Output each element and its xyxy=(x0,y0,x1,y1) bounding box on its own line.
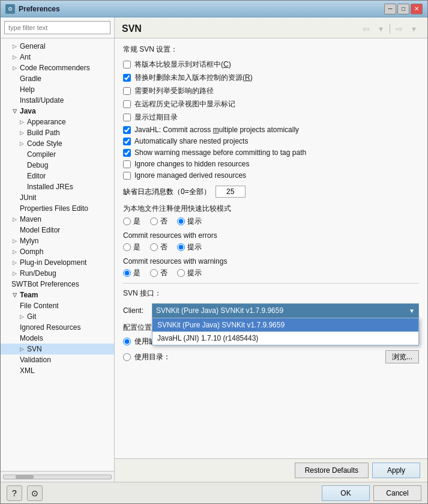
checkbox-row-4: 显示过期目录 xyxy=(123,112,419,123)
sidebar-item-xml[interactable]: XML xyxy=(1,365,114,376)
checkbox-5[interactable] xyxy=(123,126,131,134)
nav-separator xyxy=(390,24,390,34)
config-custom-radio[interactable] xyxy=(123,353,131,361)
checkbox-9[interactable] xyxy=(123,172,131,180)
sidebar-item-svn[interactable]: ▷ SVN xyxy=(1,344,114,354)
checkbox-1[interactable] xyxy=(123,74,131,82)
sidebar-item-models[interactable]: Models xyxy=(1,333,114,344)
checkbox-6[interactable] xyxy=(123,138,131,145)
sidebar-item-appearance[interactable]: ▷ Appearance xyxy=(1,117,114,127)
help-button[interactable]: ? xyxy=(7,485,22,501)
dropdown-option-1[interactable]: JavaHL (JNI) 1.7.10 (r1485443) xyxy=(152,332,418,345)
radio-local-row: 是 否 提示 xyxy=(123,216,419,226)
browse-button[interactable]: 浏览... xyxy=(385,350,419,363)
sidebar-item-team[interactable]: ▽ Team xyxy=(1,290,114,300)
sidebar-item-label: Plug-in Development xyxy=(20,258,86,267)
sidebar-item-label: General xyxy=(20,42,46,50)
checkbox-8[interactable] xyxy=(123,160,131,168)
sidebar-item-mylyn[interactable]: ▷ Mylyn xyxy=(1,235,114,246)
main-content: ▷ General ▷ Ant ▷ Code Recommenders Grad… xyxy=(1,17,427,482)
sidebar-item-label: Ant xyxy=(20,53,31,61)
radio-local-no-input[interactable] xyxy=(150,217,158,225)
checkbox-label-8: Ignore changes to hidden resources xyxy=(134,160,249,168)
config-default-radio[interactable] xyxy=(123,338,131,345)
sidebar-item-validation[interactable]: Validation xyxy=(1,354,114,365)
sidebar-item-ant[interactable]: ▷ Ant xyxy=(1,52,114,62)
radio-errors-yes-input[interactable] xyxy=(123,243,131,251)
sidebar-item-installed-jres[interactable]: Installed JREs xyxy=(1,181,114,192)
restore-defaults-button[interactable]: Restore Defaults xyxy=(295,463,369,478)
close-button[interactable]: ✕ xyxy=(411,4,423,14)
sidebar-item-junit[interactable]: JUnit xyxy=(1,192,114,203)
sidebar-item-install-update[interactable]: Install/Update xyxy=(1,95,114,106)
sidebar-item-debug[interactable]: Debug xyxy=(1,160,114,171)
sidebar-item-props-editor[interactable]: Properties Files Edito xyxy=(1,203,114,214)
log-count-input[interactable] xyxy=(216,186,246,198)
checkbox-label-5: JavaHL: Commit across multiple projects … xyxy=(134,126,299,134)
sidebar-item-file-content[interactable]: File Content xyxy=(1,300,114,311)
cancel-button[interactable]: Cancel xyxy=(373,485,421,501)
sidebar-item-gradle[interactable]: Gradle xyxy=(1,73,114,84)
checkbox-3[interactable] xyxy=(123,100,131,108)
sidebar-item-label: XML xyxy=(20,366,35,375)
sidebar-item-oomph[interactable]: ▷ Oomph xyxy=(1,246,114,257)
sidebar-scrollbar[interactable] xyxy=(1,471,114,482)
checkbox-4[interactable] xyxy=(123,114,131,121)
sidebar-item-ignored-resources[interactable]: Ignored Resources xyxy=(1,322,114,333)
info-button[interactable]: ⊙ xyxy=(27,485,43,501)
sidebar-item-code-style[interactable]: ▷ Code Style xyxy=(1,138,114,149)
sidebar-item-swtbot[interactable]: SWTBot Preferences xyxy=(1,279,114,290)
sidebar-item-label: Java xyxy=(20,107,36,115)
forward-button[interactable]: ⇨ xyxy=(393,22,406,35)
sidebar-item-label: Properties Files Edito xyxy=(20,204,88,213)
sidebar-item-maven[interactable]: ▷ Maven xyxy=(1,214,114,225)
radio-warnings-prompt-input[interactable] xyxy=(177,269,185,277)
client-label: Client: xyxy=(123,306,147,315)
tree-area: ▷ General ▷ Ant ▷ Code Recommenders Grad… xyxy=(1,38,114,471)
sidebar-item-code-recommenders[interactable]: ▷ Code Recommenders xyxy=(1,62,114,73)
filter-input[interactable] xyxy=(4,21,110,34)
sidebar-item-plugin-dev[interactable]: ▷ Plug-in Development xyxy=(1,257,114,268)
apply-button[interactable]: Apply xyxy=(372,463,420,478)
sidebar-item-editor[interactable]: Editor xyxy=(1,171,114,181)
config-custom-label: 使用目录： xyxy=(134,352,170,362)
radio-warnings-no-input[interactable] xyxy=(150,269,158,277)
minimize-button[interactable]: ─ xyxy=(384,4,396,14)
sidebar-item-git[interactable]: ▷ Git xyxy=(1,311,114,322)
bottom-bar: Restore Defaults Apply xyxy=(115,458,427,482)
radio-errors-no-input[interactable] xyxy=(150,243,158,251)
maximize-button[interactable]: □ xyxy=(397,4,409,14)
general-settings-label: 常规 SVN 设置： xyxy=(123,44,419,55)
radio-warnings-yes-input[interactable] xyxy=(123,269,131,277)
radio-local-prompt-input[interactable] xyxy=(177,217,185,225)
checkbox-7[interactable] xyxy=(123,149,131,157)
ok-button[interactable]: OK xyxy=(322,485,370,501)
back-dropdown-button[interactable]: ▾ xyxy=(374,22,387,35)
radio-local-yes: 是 xyxy=(123,216,140,226)
panel-title: SVN xyxy=(122,23,360,34)
radio-errors-row: 是 否 提示 xyxy=(123,242,419,252)
sidebar-item-build-path[interactable]: ▷ Build Path xyxy=(1,127,114,138)
checkbox-label-9: Ignore managed derived resources xyxy=(134,171,246,180)
forward-dropdown-button[interactable]: ▾ xyxy=(407,22,420,35)
expand-arrow: ▷ xyxy=(13,238,20,244)
sidebar-item-help[interactable]: Help xyxy=(1,84,114,95)
back-button[interactable]: ⇦ xyxy=(360,22,373,35)
radio-errors-prompt-input[interactable] xyxy=(177,243,185,251)
dropdown-option-0[interactable]: SVNKit (Pure Java) SVNKit v1.7.9.9659 xyxy=(152,318,418,332)
sidebar-item-label: Team xyxy=(20,291,38,299)
expand-arrow xyxy=(20,162,27,168)
client-dropdown[interactable]: SVNKit (Pure Java) SVNKit v1.7.9.9659 ▼ xyxy=(152,303,419,318)
radio-local-yes-input[interactable] xyxy=(123,217,131,225)
sidebar-item-run-debug[interactable]: ▷ Run/Debug xyxy=(1,268,114,279)
radio-local-label: 为本地文件注释使用快速比较模式 xyxy=(123,204,419,214)
sidebar-item-model-editor[interactable]: Model Editor xyxy=(1,225,114,235)
sidebar-item-compiler[interactable]: Compiler xyxy=(1,149,114,160)
checkbox-2[interactable] xyxy=(123,87,131,95)
checkbox-0[interactable] xyxy=(123,61,131,68)
expand-arrow: ▷ xyxy=(20,119,27,125)
client-row: Client: SVNKit (Pure Java) SVNKit v1.7.9… xyxy=(123,303,419,318)
sidebar-item-general[interactable]: ▷ General xyxy=(1,41,114,52)
expand-arrow: ▷ xyxy=(13,54,20,60)
sidebar-item-java[interactable]: ▽ Java xyxy=(1,106,114,117)
